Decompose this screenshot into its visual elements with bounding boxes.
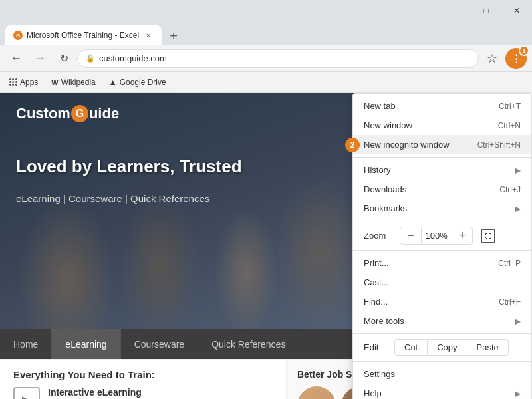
address-bar[interactable]: 🔒 customguide.com (77, 49, 479, 68)
help-arrow: ▶ (515, 389, 521, 398)
menu-divider-5 (353, 361, 531, 362)
feature-text: Interactive eLearning Learn by doing—not… (48, 387, 162, 399)
new-tab-button[interactable]: + (164, 27, 183, 45)
print-label: Print... (364, 258, 389, 268)
bottom-heading: Everything You Need to Train: (13, 369, 273, 380)
nav-tab-courseware[interactable]: Courseware (121, 329, 198, 359)
menu-edit-row: Edit Cut Copy Paste (353, 336, 531, 358)
nav-tab-elearning[interactable]: eLearning (52, 329, 120, 359)
menu-item-find[interactable]: Find... Ctrl+F (353, 292, 531, 311)
minimize-button[interactable]: ─ (440, 0, 471, 21)
print-shortcut: Ctrl+P (498, 259, 521, 268)
bookmarks-bar: Apps W Wikipedia ▲ Google Drive (0, 72, 532, 93)
bookmark-gdrive[interactable]: ▲ Google Drive (105, 76, 170, 88)
nav-tab-quickref[interactable]: Quick References (198, 329, 299, 359)
paste-button[interactable]: Paste (467, 339, 509, 356)
logo-uide: uide (89, 105, 119, 122)
zoom-controls: − 100% + (400, 227, 473, 245)
gdrive-label: Google Drive (120, 78, 166, 87)
feature-title: Interactive eLearning (48, 387, 162, 398)
menu-divider-3 (353, 250, 531, 251)
menu-item-settings[interactable]: Settings (353, 364, 531, 384)
url-text: customguide.com (99, 53, 470, 63)
menu-divider-2 (353, 221, 531, 221)
tab-bar: G Microsoft Office Training - Excel ✕ + (0, 21, 532, 45)
bottom-left: Everything You Need to Train: ▶ Interact… (0, 359, 286, 399)
back-button[interactable]: ← (5, 48, 27, 69)
cut-button[interactable]: Cut (394, 339, 428, 356)
bookmarks-menu-label: Bookmarks (364, 203, 407, 213)
bookmark-apps[interactable]: Apps (5, 76, 42, 88)
lock-icon: 🔒 (86, 54, 95, 63)
feature-item: ▶ Interactive eLearning Learn by doing—n… (13, 387, 273, 399)
wikipedia-label: Wikipedia (61, 78, 96, 87)
maximize-button[interactable]: □ (471, 0, 501, 21)
tab-title: Microsoft Office Training - Excel (27, 31, 139, 40)
more-tools-arrow: ▶ (515, 317, 521, 326)
reload-button[interactable]: ↻ (53, 48, 74, 69)
menu-item-new-incognito[interactable]: New incognito window Ctrl+Shift+N 2 (353, 135, 531, 154)
new-window-shortcut: Ctrl+N (498, 121, 521, 130)
bookmarks-arrow: ▶ (515, 204, 521, 213)
wikipedia-icon: W (51, 78, 58, 86)
menu-item-more-tools[interactable]: More tools ▶ (353, 311, 531, 331)
menu-item-bookmarks[interactable]: Bookmarks ▶ (353, 199, 531, 218)
nav-tab-home[interactable]: Home (0, 329, 52, 359)
more-tools-label: More tools (364, 316, 404, 326)
zoom-out-button[interactable]: − (400, 227, 422, 244)
forward-button[interactable]: → (29, 48, 51, 69)
menu-badge: 1 (519, 45, 529, 56)
find-shortcut: Ctrl+F (499, 297, 521, 307)
new-incognito-shortcut: Ctrl+Shift+N (477, 140, 521, 150)
history-label: History (364, 165, 390, 175)
fullscreen-button[interactable]: ⛶ (481, 229, 495, 243)
logo-custom: Custom (16, 105, 70, 122)
help-label: Help (364, 388, 382, 398)
cast-label: Cast... (364, 277, 389, 287)
history-arrow: ▶ (515, 166, 521, 175)
active-tab[interactable]: G Microsoft Office Training - Excel ✕ (5, 25, 162, 45)
menu-item-print[interactable]: Print... Ctrl+P (353, 253, 531, 273)
menu-item-new-window[interactable]: New window Ctrl+N (353, 116, 531, 135)
copy-button[interactable]: Copy (428, 339, 466, 356)
zoom-in-button[interactable]: + (452, 227, 473, 244)
menu-item-downloads[interactable]: Downloads Ctrl+J (353, 180, 531, 199)
menu-item-new-tab[interactable]: New tab Ctrl+T (353, 96, 531, 116)
menu-item-help[interactable]: Help ▶ (353, 384, 531, 399)
gdrive-icon: ▲ (109, 78, 117, 87)
hero-section: Custom G uide Loved by Learners, Trusted… (0, 93, 356, 339)
avatar-1 (297, 386, 336, 399)
settings-label: Settings (364, 369, 395, 379)
toolbar: ← → ↻ 🔒 customguide.com ☆ ⋮ 1 (0, 45, 532, 72)
menu-divider-4 (353, 333, 531, 334)
hero-overlay (0, 93, 356, 339)
tab-favicon: G (13, 31, 23, 40)
menu-divider-1 (353, 157, 531, 158)
menu-item-cast[interactable]: Cast... (353, 273, 531, 292)
hero-subtitle: eLearning | Courseware | Quick Reference… (16, 193, 209, 204)
page-content: Custom G uide Loved by Learners, Trusted… (0, 93, 532, 399)
site-nav: Home eLearning Courseware Quick Referenc… (0, 329, 356, 359)
logo-g-circle: G (71, 105, 88, 122)
site-logo[interactable]: Custom G uide (16, 105, 119, 122)
edit-label: Edit (364, 342, 394, 352)
new-tab-label: New tab (364, 101, 396, 111)
new-window-label: New window (364, 120, 412, 130)
incognito-badge: 2 (345, 138, 360, 152)
menu-zoom-row: Zoom − 100% + ⛶ (353, 224, 531, 247)
apps-label: Apps (20, 78, 38, 87)
menu-item-history[interactable]: History ▶ (353, 160, 531, 180)
bookmark-wikipedia[interactable]: W Wikipedia (47, 76, 99, 88)
tab-close-icon[interactable]: ✕ (143, 30, 154, 41)
hero-tagline: Loved by Learners, Trusted (16, 156, 335, 177)
bookmark-star-icon[interactable]: ☆ (481, 48, 503, 69)
new-tab-shortcut: Ctrl+T (499, 102, 521, 111)
close-button[interactable]: ✕ (501, 0, 532, 21)
dropdown-menu: New tab Ctrl+T New window Ctrl+N New inc… (352, 93, 532, 399)
apps-grid-icon (9, 78, 17, 86)
feature-icon: ▶ (13, 387, 40, 399)
downloads-label: Downloads (364, 184, 406, 194)
new-incognito-label: New incognito window (364, 140, 450, 150)
zoom-value: 100% (422, 231, 452, 241)
zoom-label: Zoom (364, 231, 394, 241)
